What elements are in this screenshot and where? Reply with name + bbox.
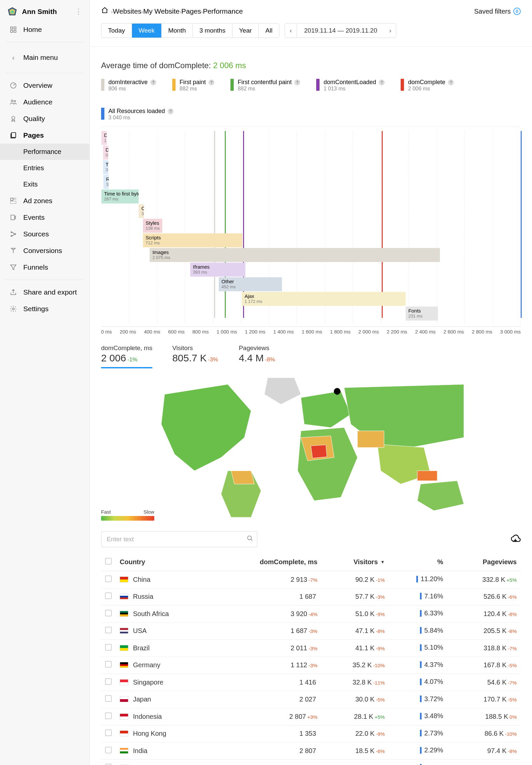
help-icon[interactable]: ? — [150, 79, 156, 85]
sidebar-subitem-performance[interactable]: Performance — [0, 144, 89, 160]
summary-pageviews[interactable]: Pageviews4.4 M-8% — [239, 345, 285, 369]
sidebar-item-pages[interactable]: Pages — [0, 127, 89, 144]
crumb-my-website[interactable]: My Website — [143, 7, 180, 15]
sidebar-item-ad-zones[interactable]: Ad zones — [0, 193, 89, 209]
sidebar-item-overview[interactable]: Overview — [0, 77, 89, 94]
table-row[interactable]: Indonesia 2 807+3% 28.1 K+5% 3.48% 188.5… — [101, 708, 521, 725]
sidebar-subitem-exits[interactable]: Exits — [0, 176, 89, 193]
download-icon[interactable] — [510, 534, 521, 544]
date-range[interactable]: 2019.11.14 — 2019.11.20 — [297, 24, 385, 38]
table-row[interactable]: USA 1 687-3% 47.1 K-8% 5.84% 205.5 K-8% — [101, 622, 521, 640]
summary-domcomplete-ms[interactable]: domComplete, ms2 006-1% — [101, 345, 152, 369]
table-row[interactable]: South Africa 3 920-4% 51.0 K-9% 6.33% 12… — [101, 605, 521, 623]
col-domcomplete-ms[interactable]: domComplete, ms — [212, 553, 321, 571]
col-visitors[interactable]: Visitors▼ — [321, 553, 389, 571]
sidebar-item-share-and-export[interactable]: Share and export — [0, 284, 89, 301]
wf-bar-other[interactable]: Other452 ms — [219, 277, 282, 291]
legend-domcontentloaded[interactable]: domContentLoaded? 1 013 ms — [316, 79, 385, 92]
legend-first-contentful-paint[interactable]: First contentful paint? 882 ms — [231, 79, 300, 92]
saved-filters[interactable]: Saved filters 0 — [474, 8, 521, 15]
wf-bar-domain-lookup[interactable]: Domain Lookup0 ms — [103, 146, 108, 160]
row-checkbox[interactable] — [105, 610, 112, 616]
marker-domcomplete — [382, 131, 383, 318]
row-checkbox[interactable] — [105, 764, 112, 765]
map-legend: FastSlow — [101, 509, 154, 521]
wf-bar-iframes[interactable]: Iframes393 ms — [190, 263, 245, 277]
svg-point-10 — [12, 116, 15, 119]
world-map[interactable]: FastSlow — [101, 371, 521, 524]
table-row[interactable]: Russia 1 687 57.7 K-3% 7.16% 526.6 K-6% — [101, 588, 521, 605]
help-icon[interactable]: ? — [379, 79, 385, 85]
period-month[interactable]: Month — [162, 24, 193, 38]
row-checkbox[interactable] — [105, 712, 112, 719]
date-prev[interactable]: ‹ — [285, 24, 296, 38]
summary-visitors[interactable]: Visitors805.7 K-3% — [172, 345, 219, 369]
search-input[interactable] — [101, 531, 258, 547]
period-all[interactable]: All — [259, 24, 279, 38]
help-icon[interactable]: ? — [294, 79, 300, 85]
help-icon[interactable]: ? — [209, 79, 215, 85]
wf-bar-delay[interactable]: Delay11 ms — [101, 131, 107, 145]
sidebar-item-settings[interactable]: Settings — [0, 301, 89, 317]
legend-all-resources-loaded[interactable]: All Resources loaded? 3 040 ms — [101, 108, 174, 121]
sidebar-item-audience[interactable]: Audience — [0, 94, 89, 110]
wf-bar-images[interactable]: Images2 075 ms — [150, 248, 440, 262]
home-icon[interactable] — [101, 7, 108, 16]
crumb-pages[interactable]: Pages — [181, 7, 201, 15]
col-pageviews[interactable]: Pageviews — [447, 553, 521, 571]
table-row[interactable]: Germany 1 112-3% 35.2 K-10% 4.37% 167.8 … — [101, 657, 521, 674]
table-row[interactable]: China 2 913-7% 90.2 K-1% 11.20% 332.8 K+… — [101, 571, 521, 588]
wf-bar-scripts[interactable]: Scripts712 ms — [143, 233, 243, 247]
help-icon[interactable]: ? — [168, 108, 174, 114]
sidebar-item-conversions[interactable]: Conversions — [0, 242, 89, 259]
sidebar-item-quality[interactable]: Quality — [0, 110, 89, 127]
search-field[interactable] — [101, 531, 258, 547]
col--[interactable]: % — [389, 553, 447, 571]
crumb-websites[interactable]: Websites — [113, 7, 141, 15]
profile: Ann Smith ⋮ — [0, 0, 89, 21]
select-all-checkbox[interactable] — [105, 558, 112, 564]
row-checkbox[interactable] — [105, 747, 112, 753]
help-icon[interactable]: ? — [448, 79, 454, 85]
sidebar-item-sources[interactable]: Sources — [0, 226, 89, 242]
table-row[interactable]: Colombia 2 690-1% 17.3 K-8% 2.15% 26.6 K… — [101, 759, 521, 765]
row-checkbox[interactable] — [105, 592, 112, 599]
summary-metrics: domComplete, ms2 006-1%Visitors805.7 K-3… — [101, 345, 521, 369]
table-row[interactable]: Brazil 2 011-3% 41.1 K-9% 5.10% 318.8 K-… — [101, 640, 521, 657]
legend-domcomplete[interactable]: domComplete? 2 006 ms — [401, 79, 454, 92]
table-row[interactable]: Singapore 1 416 32.8 K-11% 4.07% 54.6 K-… — [101, 674, 521, 691]
wf-bar-fonts[interactable]: Fonts231 ms — [406, 307, 438, 321]
flag-icon — [120, 696, 128, 702]
wf-bar-ajax[interactable]: Ajax1 172 ms — [242, 292, 406, 306]
row-checkbox[interactable] — [105, 644, 112, 651]
row-checkbox[interactable] — [105, 678, 112, 685]
sidebar: Ann Smith ⋮ Home ‹ Main menu OverviewAud… — [0, 0, 90, 765]
legend-first-paint[interactable]: First paint? 882 ms — [172, 79, 215, 92]
table-row[interactable]: India 2 807 18.5 K-6% 2.29% 97.4 K-8% — [101, 742, 521, 760]
nav-home[interactable]: Home — [0, 21, 89, 38]
row-checkbox[interactable] — [105, 575, 112, 582]
wf-bar-tcp-connect[interactable]: TCP Connect3 ms — [103, 160, 108, 174]
sidebar-item-funnels[interactable]: Funnels — [0, 259, 89, 276]
wf-bar-content-download[interactable]: Content download30 ms — [139, 204, 144, 218]
row-checkbox[interactable] — [105, 695, 112, 702]
sidebar-item-events[interactable]: Events — [0, 209, 89, 226]
period-today[interactable]: Today — [101, 24, 132, 38]
col-country[interactable]: Country — [116, 553, 212, 571]
row-checkbox[interactable] — [105, 729, 112, 736]
table-row[interactable]: Japan 2 027 30.0 K-5% 3.72% 170.7 K-5% — [101, 691, 521, 708]
row-checkbox[interactable] — [105, 627, 112, 633]
legend-dominteractive[interactable]: domInteractive? 806 ms — [101, 79, 156, 92]
date-next[interactable]: › — [385, 24, 396, 38]
period-3-months[interactable]: 3 months — [193, 24, 233, 38]
wf-bar-styles[interactable]: Styles138 ms — [143, 219, 162, 233]
wf-bar-time-to-first-byte[interactable]: Time to first byte267 ms — [101, 190, 139, 204]
table-row[interactable]: Hong Kong 1 353 22.0 K-9% 2.73% 86.6 K-1… — [101, 725, 521, 742]
period-week[interactable]: Week — [132, 24, 162, 38]
period-year[interactable]: Year — [233, 24, 259, 38]
sidebar-subitem-entries[interactable]: Entries — [0, 160, 89, 176]
flag-icon — [120, 679, 128, 685]
row-checkbox[interactable] — [105, 661, 112, 668]
wf-bar-request[interactable]: Request33 ms — [103, 175, 109, 189]
main-menu-back[interactable]: ‹ Main menu — [0, 46, 89, 69]
